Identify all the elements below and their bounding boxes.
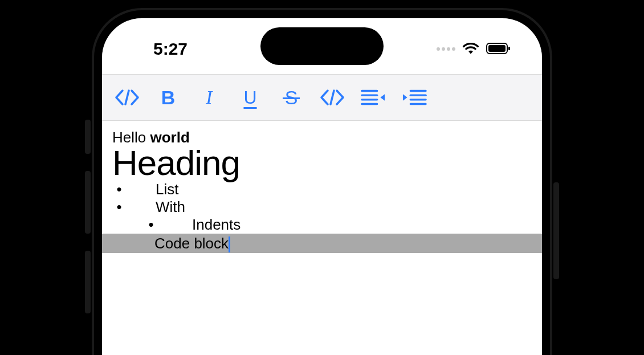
dynamic-island bbox=[260, 27, 384, 65]
phone-side-button-silence bbox=[85, 120, 91, 154]
outdent-button[interactable] bbox=[361, 85, 386, 110]
list-item[interactable]: • With bbox=[112, 198, 532, 216]
cell-signal-icon bbox=[437, 47, 455, 51]
list-text: Indents bbox=[192, 216, 241, 234]
format-toolbar: B I U S bbox=[102, 75, 542, 120]
svg-line-4 bbox=[331, 91, 334, 104]
svg-rect-1 bbox=[488, 45, 506, 52]
indent-icon bbox=[402, 88, 427, 107]
text-cursor bbox=[229, 236, 230, 252]
bold-button[interactable]: B bbox=[156, 85, 181, 110]
phone-side-button-power bbox=[553, 182, 559, 279]
strikethrough-button[interactable]: S bbox=[279, 85, 304, 110]
indent-button[interactable] bbox=[402, 85, 427, 110]
bold-icon: B bbox=[161, 87, 176, 109]
svg-line-3 bbox=[125, 91, 129, 104]
bullet-icon: • bbox=[112, 181, 126, 198]
list-item[interactable]: • Indents bbox=[112, 216, 532, 234]
bullet-icon: • bbox=[112, 198, 126, 216]
code-block-line[interactable]: Code block bbox=[102, 234, 542, 253]
code-tag-icon bbox=[320, 88, 345, 107]
outdent-icon bbox=[361, 88, 386, 107]
code-tag-icon bbox=[115, 88, 140, 107]
bullet-icon: • bbox=[142, 216, 160, 234]
phone-side-button-volume-up bbox=[85, 171, 91, 234]
list-text: With bbox=[156, 198, 185, 216]
code-tag-button[interactable] bbox=[115, 85, 140, 110]
underline-button[interactable]: U bbox=[238, 85, 263, 110]
code-text: Code block bbox=[154, 235, 229, 252]
editor-area[interactable]: Hello world Heading • List • With • Inde… bbox=[102, 121, 542, 253]
wifi-icon bbox=[462, 39, 479, 59]
underline-icon: U bbox=[243, 87, 256, 108]
italic-button[interactable]: I bbox=[197, 85, 222, 110]
svg-marker-10 bbox=[403, 94, 407, 100]
svg-rect-2 bbox=[508, 47, 510, 50]
phone-frame: 5:27 bbox=[94, 10, 550, 355]
italic-icon: I bbox=[206, 87, 212, 108]
battery-icon bbox=[486, 39, 511, 59]
svg-marker-9 bbox=[380, 94, 385, 100]
code-tag-button-2[interactable] bbox=[320, 85, 345, 110]
phone-screen: 5:27 bbox=[102, 18, 542, 355]
list-text: List bbox=[156, 181, 178, 198]
list-item[interactable]: • List bbox=[112, 181, 532, 198]
heading-line[interactable]: Heading bbox=[112, 145, 532, 181]
strikethrough-icon: S bbox=[285, 87, 298, 109]
phone-side-button-volume-down bbox=[85, 251, 91, 313]
